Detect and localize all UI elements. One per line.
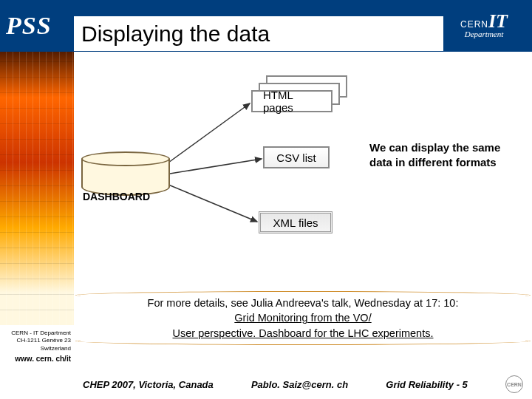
- it-text: IT: [488, 10, 508, 32]
- left-decoration-strip: CERN - IT Department CH-1211 Genève 23 S…: [0, 0, 74, 399]
- svg-line-1: [170, 159, 262, 174]
- talk-link-line2[interactable]: User perspective. Dashboard for the LHC …: [173, 327, 434, 339]
- talk-link-line1[interactable]: Grid Monitoring from the VO/: [234, 312, 371, 324]
- database-icon: [81, 151, 170, 196]
- csv-list-node: CSV list: [263, 146, 330, 168]
- svg-line-2: [168, 185, 257, 222]
- department-text: Department: [443, 30, 525, 38]
- address-line: Switzerland: [0, 345, 71, 352]
- node-label: CSV list: [276, 151, 316, 164]
- conference-name: CHEP 2007, Victoria, Canada: [83, 379, 214, 390]
- cern-it-logo: CERNIT Department: [443, 14, 532, 38]
- html-pages-node: HTML pages: [251, 90, 332, 112]
- dashboard-label: DASHBOARD: [83, 191, 150, 202]
- address-block: CERN - IT Department CH-1211 Genève 23 S…: [0, 325, 74, 399]
- details-banner: For more details, see Julia Andreeva's t…: [81, 296, 525, 341]
- description-text: We can display the same data in differen…: [369, 140, 525, 169]
- website-url: www. cern. ch/it: [0, 354, 71, 364]
- node-label: HTML pages: [263, 89, 321, 114]
- slide-title: Displaying the data: [74, 16, 443, 52]
- svg-line-0: [168, 103, 250, 163]
- slide-number: Grid Reliability - 5: [386, 379, 468, 390]
- pss-logo: PSS: [0, 12, 74, 40]
- xml-files-node: XML files: [259, 211, 332, 233]
- banner-intro: For more details, see Julia Andreeva's t…: [148, 297, 459, 309]
- address-line: CERN - IT Department: [0, 330, 71, 337]
- cern-circle-icon: CERN: [505, 375, 523, 393]
- address-line: CH-1211 Genève 23: [0, 337, 71, 344]
- cern-text: CERN: [460, 19, 488, 30]
- slide-body: DASHBOARD HTML pages CSV list XML files …: [74, 52, 532, 332]
- author-email: Pablo. Saiz@cern. ch: [251, 379, 348, 390]
- slide-footer: CHEP 2007, Victoria, Canada Pablo. Saiz@…: [74, 375, 532, 393]
- slide-header: PSS Displaying the data CERNIT Departmen…: [0, 0, 532, 52]
- node-label: XML files: [273, 216, 318, 229]
